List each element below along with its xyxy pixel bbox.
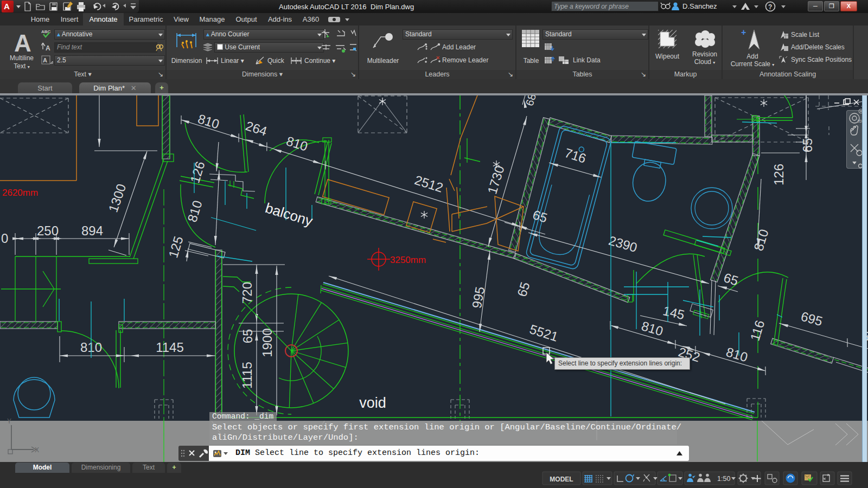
svg-text:A: A: [46, 44, 50, 52]
svg-text:Y: Y: [7, 418, 11, 425]
svg-text:+: +: [741, 28, 746, 37]
svg-text:?: ?: [768, 3, 772, 11]
svg-text:MODEL: MODEL: [550, 476, 573, 483]
svg-text:2D: 2D: [857, 119, 862, 123]
svg-text:1:50: 1:50: [717, 475, 730, 483]
svg-text:A: A: [43, 57, 47, 63]
